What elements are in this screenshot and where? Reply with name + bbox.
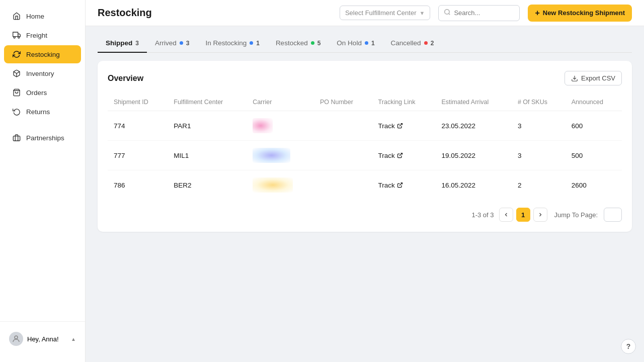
sidebar-item-partnerships[interactable]: Partnerships (4, 129, 81, 147)
tab-label: Arrived (155, 39, 177, 47)
table-row: 774 PAR1 Track 23.05.2022 3 600 (108, 111, 622, 141)
cell-arrival: 19.05.2022 (435, 141, 511, 170)
cell-arrival: 16.05.2022 (435, 170, 511, 200)
sidebar-item-label: Freight (26, 32, 47, 39)
cell-po (314, 111, 372, 141)
tabs: Shipped 3 Arrived 3 In Restocking 1 Rest… (98, 34, 632, 53)
tab-badge: 1 (256, 40, 260, 47)
cell-carrier (247, 170, 314, 200)
tab-badge: 2 (431, 40, 434, 47)
dot-icon (311, 41, 314, 45)
col-shipment-id: Shipment ID (108, 94, 168, 111)
cell-tracking[interactable]: Track (372, 170, 436, 200)
tab-arrived[interactable]: Arrived 3 (147, 34, 197, 53)
table-row: 786 BER2 Track 16.05.2022 2 2600 (108, 170, 622, 200)
export-label: Export CSV (581, 74, 615, 82)
cell-shipment-id: 777 (108, 141, 168, 170)
tab-shipped[interactable]: Shipped 3 (98, 34, 147, 53)
col-arrival: Estimated Arrival (435, 94, 511, 111)
avatar (9, 332, 23, 346)
col-skus: # Of SKUs (512, 94, 566, 111)
help-button[interactable]: ? (621, 339, 636, 354)
tab-cancelled[interactable]: Cancelled 2 (383, 34, 442, 53)
cell-tracking[interactable]: Track (372, 141, 436, 170)
cell-po (314, 141, 372, 170)
sidebar-item-orders[interactable]: Orders (4, 83, 81, 102)
download-icon (571, 75, 578, 82)
tracking-link[interactable]: Track (378, 122, 430, 130)
carrier-logo (253, 118, 273, 133)
chevron-left-icon (503, 212, 509, 218)
sidebar-item-label: Orders (26, 89, 47, 97)
fulfillment-select[interactable]: Select Fulfillment Center ▼ (340, 6, 431, 20)
new-shipment-button[interactable]: + New Restocking Shipment (528, 5, 632, 22)
cell-tracking[interactable]: Track (372, 111, 436, 141)
partnerships-icon (12, 133, 21, 142)
carrier-logo (253, 177, 293, 193)
svg-marker-1 (18, 34, 21, 36)
cell-po (314, 170, 372, 200)
jump-to-page-input[interactable] (604, 208, 622, 222)
main-content: Restocking Select Fulfillment Center ▼ +… (86, 0, 644, 362)
pagination: 1-3 of 3 1 Jump To Page: (108, 208, 622, 222)
overview-title: Overview (108, 74, 143, 83)
tab-label: Restocked (276, 39, 308, 47)
cell-shipment-id: 786 (108, 170, 168, 200)
jump-to-page-label: Jump To Page: (554, 211, 598, 219)
table-row: 777 MIL1 Track 19.05.2022 3 500 (108, 141, 622, 170)
dot-icon (424, 41, 428, 45)
home-icon (12, 12, 21, 21)
next-page-button[interactable] (533, 208, 547, 222)
tab-restocked[interactable]: Restocked 5 (268, 34, 329, 53)
orders-icon (12, 88, 21, 97)
cell-arrival: 23.05.2022 (435, 111, 511, 141)
tab-on-hold[interactable]: On Hold 1 (329, 34, 382, 53)
sidebar-item-label: Restocking (26, 51, 60, 58)
sidebar-item-inventory[interactable]: Inventory (4, 64, 81, 82)
chevron-down-icon: ▼ (420, 10, 425, 16)
tab-label: Shipped (106, 39, 132, 47)
sidebar-item-label: Home (26, 13, 44, 20)
search-input[interactable] (454, 9, 514, 17)
external-link-icon (397, 123, 403, 129)
svg-line-9 (449, 13, 450, 15)
tab-in-restocking[interactable]: In Restocking 1 (197, 34, 267, 53)
col-po-number: PO Number (314, 94, 372, 111)
col-tracking: Tracking Link (372, 94, 436, 111)
page-1-button[interactable]: 1 (516, 208, 530, 222)
export-csv-button[interactable]: Export CSV (565, 71, 622, 85)
tab-label: In Restocking (205, 39, 247, 47)
chevron-up-icon: ▲ (71, 336, 76, 342)
sidebar-item-freight[interactable]: Freight (4, 26, 81, 44)
col-fulfillment: Fulfillment Center (168, 94, 247, 111)
sidebar-item-home[interactable]: Home (4, 7, 81, 25)
svg-line-11 (399, 124, 403, 127)
overview-header: Overview Export CSV (108, 71, 622, 85)
svg-point-2 (14, 37, 15, 38)
carrier-logo (253, 148, 290, 163)
tracking-link[interactable]: Track (378, 152, 430, 159)
sidebar-item-restocking[interactable]: Restocking (4, 45, 81, 63)
plus-icon: + (535, 9, 539, 18)
col-carrier: Carrier (247, 94, 314, 111)
tab-label: Cancelled (391, 39, 421, 47)
sidebar-bottom: Hey, Anna! ▲ (0, 321, 85, 356)
sidebar-item-returns[interactable]: Returns (4, 103, 81, 121)
svg-point-3 (18, 37, 20, 38)
cell-skus: 3 (512, 111, 566, 141)
cell-skus: 3 (512, 141, 566, 170)
cell-carrier (247, 111, 314, 141)
cell-carrier (247, 141, 314, 170)
tab-badge: 3 (186, 40, 190, 47)
chevron-right-icon (537, 212, 543, 218)
cell-skus: 2 (512, 170, 566, 200)
prev-page-button[interactable] (499, 208, 513, 222)
cell-announced: 500 (566, 141, 622, 170)
cell-fulfillment: PAR1 (168, 111, 247, 141)
user-profile[interactable]: Hey, Anna! ▲ (4, 328, 81, 350)
tracking-link[interactable]: Track (378, 182, 430, 189)
user-name: Hey, Anna! (27, 335, 67, 343)
inventory-icon (12, 69, 21, 78)
svg-line-12 (399, 153, 403, 156)
tab-label: On Hold (337, 39, 362, 47)
